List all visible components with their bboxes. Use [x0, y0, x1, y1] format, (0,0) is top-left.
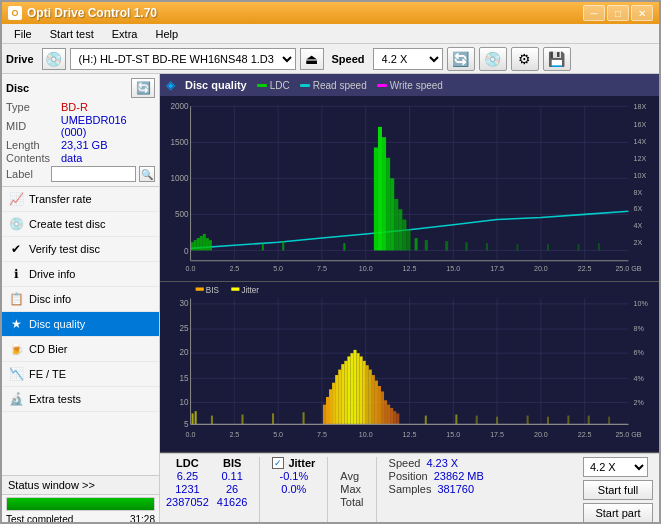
svg-rect-49 [425, 240, 428, 250]
jitter-checkbox[interactable]: ✓ [272, 457, 284, 469]
verify-test-disc-icon: ✔ [8, 241, 24, 257]
sidebar-item-disc-quality[interactable]: ★ Disc quality [2, 312, 159, 337]
start-part-button[interactable]: Start part [583, 503, 653, 523]
legend-ldc-dot [257, 84, 267, 87]
menu-extra[interactable]: Extra [104, 26, 146, 42]
disc-label-input[interactable] [51, 166, 136, 182]
close-button[interactable]: ✕ [631, 5, 653, 21]
svg-rect-110 [332, 383, 335, 425]
progress-bar-container [6, 497, 155, 511]
svg-text:7.5: 7.5 [317, 431, 327, 440]
refresh-button[interactable]: 🔄 [447, 47, 475, 71]
sidebar-item-cd-bier[interactable]: 🍺 CD Bier [2, 337, 159, 362]
disc-button[interactable]: 💿 [479, 47, 507, 71]
status-completed-text: Test completed [6, 514, 73, 524]
disc-mid-value: UMEBDR016 (000) [61, 114, 155, 138]
fe-te-icon: 📉 [8, 366, 24, 382]
svg-rect-48 [415, 238, 418, 250]
svg-rect-130 [393, 411, 396, 424]
svg-text:25.0 GB: 25.0 GB [615, 431, 641, 440]
svg-rect-40 [378, 127, 382, 251]
maximize-button[interactable]: □ [607, 5, 629, 21]
svg-text:12.5: 12.5 [403, 265, 417, 273]
nav-items: 📈 Transfer rate 💿 Create test disc ✔ Ver… [2, 187, 159, 412]
svg-text:BIS: BIS [206, 285, 219, 295]
status-window-button[interactable]: Status window >> [2, 476, 159, 495]
sidebar-item-extra-tests[interactable]: 🔬 Extra tests [2, 387, 159, 412]
svg-rect-112 [338, 370, 341, 425]
svg-text:6%: 6% [634, 348, 645, 357]
sidebar-item-transfer-rate-label: Transfer rate [29, 193, 92, 205]
speed-key: Speed [389, 457, 421, 469]
cd-bier-icon: 🍺 [8, 341, 24, 357]
stats-ldc-avg: 6.25 [166, 470, 209, 482]
svg-text:20: 20 [179, 347, 188, 357]
svg-rect-138 [567, 416, 569, 425]
disc-label-row: Label 🔍 [6, 166, 155, 182]
disc-label-button[interactable]: 🔍 [139, 166, 155, 182]
svg-rect-102 [195, 411, 197, 424]
svg-text:15.0: 15.0 [446, 431, 460, 440]
stats-bar: LDC 6.25 1231 2387052 BIS 0.11 26 41626 … [160, 453, 659, 524]
settings-button[interactable]: ⚙ [511, 47, 539, 71]
disc-length-value: 23,31 GB [61, 139, 107, 151]
drive-icon-button[interactable]: 💿 [42, 48, 66, 70]
disc-contents-value: data [61, 152, 82, 164]
svg-rect-36 [262, 243, 264, 250]
svg-rect-129 [390, 408, 393, 424]
svg-rect-106 [303, 413, 305, 425]
svg-text:2%: 2% [634, 398, 645, 407]
create-test-disc-icon: 💿 [8, 216, 24, 232]
drive-select[interactable]: (H:) HL-DT-ST BD-RE WH16NS48 1.D3 [70, 48, 296, 70]
svg-rect-121 [366, 366, 369, 425]
menu-file[interactable]: File [6, 26, 40, 42]
save-button[interactable]: 💾 [543, 47, 571, 71]
sidebar-item-verify-test-disc-label: Verify test disc [29, 243, 100, 255]
svg-rect-43 [390, 178, 394, 250]
sidebar-item-drive-info[interactable]: ℹ Drive info [2, 262, 159, 287]
status-area: Status window >> Test completed 31:28 [2, 475, 159, 524]
stats-sep-1 [259, 457, 260, 523]
start-full-button[interactable]: Start full [583, 480, 653, 500]
sidebar-item-transfer-rate[interactable]: 📈 Transfer rate [2, 187, 159, 212]
sidebar-item-disc-info-label: Disc info [29, 293, 71, 305]
disc-header: Disc 🔄 [6, 78, 155, 98]
menu-start-test[interactable]: Start test [42, 26, 102, 42]
svg-text:500: 500 [175, 210, 189, 219]
disc-header-text: Disc [6, 82, 29, 94]
svg-rect-120 [363, 361, 366, 425]
stats-bis-total: 41626 [217, 496, 248, 508]
top-chart: 2000 1500 1000 500 0 18X 16X 14X 12X 10X… [160, 96, 659, 282]
speed-select[interactable]: 4.2 X [373, 48, 443, 70]
svg-rect-34 [206, 238, 209, 250]
content-area: ◈ Disc quality LDC Read speed Write spee… [160, 74, 659, 524]
stats-total-label: Total [340, 496, 363, 508]
svg-text:2.5: 2.5 [229, 265, 239, 273]
svg-text:25.0 GB: 25.0 GB [615, 265, 641, 273]
svg-rect-103 [211, 416, 213, 425]
drive-info-icon: ℹ [8, 266, 24, 282]
minimize-button[interactable]: ─ [583, 5, 605, 21]
disc-refresh-button[interactable]: 🔄 [131, 78, 155, 98]
svg-text:1500: 1500 [170, 138, 189, 147]
titlebar-left: O Opti Drive Control 1.70 [8, 6, 157, 20]
sidebar-item-fe-te[interactable]: 📉 FE / TE [2, 362, 159, 387]
menu-help[interactable]: Help [147, 26, 186, 42]
sidebar-item-create-test-disc[interactable]: 💿 Create test disc [2, 212, 159, 237]
sidebar-item-create-test-disc-label: Create test disc [29, 218, 105, 230]
svg-rect-45 [398, 209, 402, 250]
stats-ldc-total: 2387052 [166, 496, 209, 508]
svg-rect-42 [386, 158, 390, 251]
sidebar-item-verify-test-disc[interactable]: ✔ Verify test disc [2, 237, 159, 262]
stats-bis-avg: 0.11 [217, 470, 248, 482]
speed-val: 4.23 X [426, 457, 458, 469]
svg-rect-109 [329, 390, 332, 425]
eject-button[interactable]: ⏏ [300, 48, 324, 70]
legend-read-speed-label: Read speed [313, 80, 367, 91]
sidebar-item-disc-info[interactable]: 📋 Disc info [2, 287, 159, 312]
stats-jitter-header: Jitter [288, 457, 315, 469]
svg-text:14X: 14X [634, 138, 647, 146]
legend-ldc: LDC [257, 80, 290, 91]
speed-dropdown[interactable]: 4.2 X [583, 457, 648, 477]
svg-text:10.0: 10.0 [359, 431, 373, 440]
